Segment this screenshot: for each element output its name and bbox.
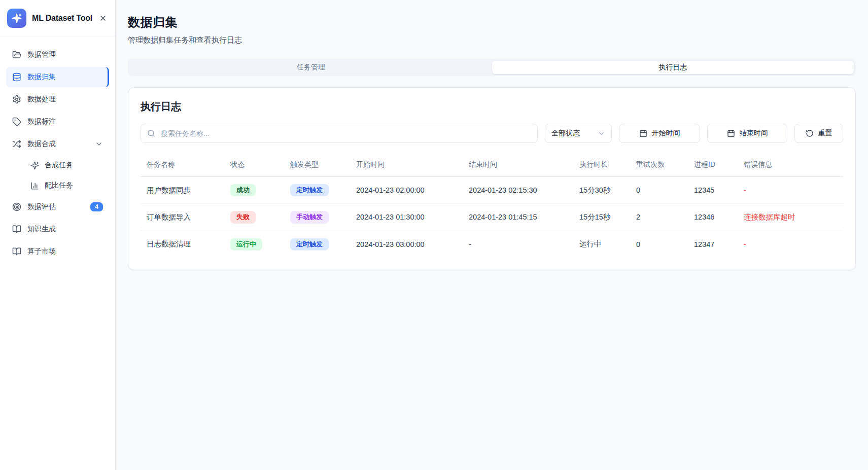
- end-time-cell: 2024-01-23 01:45:15: [463, 204, 573, 231]
- book-open-icon: [12, 247, 21, 256]
- tag-icon: [12, 117, 21, 126]
- error-message-text: 连接数据库超时: [744, 213, 795, 221]
- status-filter-select[interactable]: 全部状态: [545, 124, 612, 143]
- retry-count-cell: 0: [630, 177, 688, 204]
- sidebar-item-label: 算子市场: [27, 247, 103, 256]
- sidebar-item-label: 合成任务: [45, 161, 103, 170]
- sidebar-item-label: 数据归集: [27, 73, 101, 82]
- start-time-cell: 2024-01-23 01:30:00: [350, 204, 463, 231]
- sidebar-item-data-evaluation[interactable]: 数据评估4: [6, 197, 109, 217]
- search-box[interactable]: [141, 124, 538, 143]
- calendar-icon: [727, 129, 735, 137]
- column-header: 错误信息: [738, 155, 843, 177]
- column-header: 结束时间: [463, 155, 573, 177]
- end-time-cell: 2024-01-23 02:15:30: [463, 177, 573, 204]
- tab-bar: 任务管理执行日志: [128, 59, 856, 76]
- sidebar: ML Dataset Tool 数据管理数据归集数据处理数据标注数据合成合成任务…: [0, 0, 116, 470]
- table-header-row: 任务名称状态触发类型开始时间结束时间执行时长重试次数进程ID错误信息: [141, 155, 843, 177]
- sidebar-item-label: 数据标注: [27, 117, 103, 126]
- search-input[interactable]: [160, 129, 531, 138]
- error-message-text: -: [744, 240, 746, 248]
- card-title: 执行日志: [141, 100, 843, 114]
- process-id-cell: 12345: [688, 177, 738, 204]
- sidebar-item-data-synthesis[interactable]: 数据合成: [6, 134, 109, 154]
- sidebar-item-label: 数据处理: [27, 95, 103, 104]
- sidebar-item-data-management[interactable]: 数据管理: [6, 45, 109, 65]
- end-time-button[interactable]: 结束时间: [707, 124, 787, 143]
- column-header: 执行时长: [573, 155, 630, 177]
- tab-task-management[interactable]: 任务管理: [130, 61, 492, 74]
- end-time-cell: -: [463, 231, 573, 258]
- trigger-type-cell: 定时触发: [284, 231, 350, 258]
- sidebar-item-data-labeling[interactable]: 数据标注: [6, 112, 109, 132]
- table-row: 日志数据清理运行中定时触发2024-01-23 03:00:00-运行中0123…: [141, 231, 843, 258]
- table-row: 订单数据导入失败手动触发2024-01-23 01:30:002024-01-2…: [141, 204, 843, 231]
- duration-cell: 15分30秒: [573, 177, 630, 204]
- app-window: ML Dataset Tool 数据管理数据归集数据处理数据标注数据合成合成任务…: [0, 0, 868, 470]
- sidebar-item-synthesis-tasks[interactable]: 合成任务: [24, 156, 109, 174]
- table-row: 用户数据同步成功定时触发2024-01-23 02:00:002024-01-2…: [141, 177, 843, 204]
- error-message-text: -: [744, 186, 746, 194]
- gear-icon: [12, 95, 21, 104]
- reset-label: 重置: [818, 129, 832, 138]
- trigger-type-badge: 定时触发: [290, 238, 329, 250]
- sidebar-item-data-processing[interactable]: 数据处理: [6, 89, 109, 110]
- app-logo: [7, 9, 26, 28]
- status-badge: 运行中: [230, 238, 262, 250]
- trigger-type-cell: 定时触发: [284, 177, 350, 204]
- folder-open-icon: [12, 50, 21, 59]
- start-time-cell: 2024-01-23 03:00:00: [350, 231, 463, 258]
- error-message-cell: -: [738, 177, 843, 204]
- sidebar-close-button[interactable]: [98, 13, 108, 23]
- duration-cell: 15分15秒: [573, 204, 630, 231]
- column-header: 重试次数: [630, 155, 688, 177]
- status-cell: 运行中: [224, 231, 284, 258]
- process-id-cell: 12346: [688, 204, 738, 231]
- chevron-down-icon: [598, 130, 605, 137]
- task-name-cell: 用户数据同步: [141, 177, 224, 204]
- sidebar-nav: 数据管理数据归集数据处理数据标注数据合成合成任务配比任务数据评估4知识生成算子市…: [0, 37, 115, 270]
- chevron-down-icon: [95, 140, 103, 148]
- start-time-cell: 2024-01-23 02:00:00: [350, 177, 463, 204]
- trigger-type-cell: 手动触发: [284, 204, 350, 231]
- sidebar-item-data-collection[interactable]: 数据归集: [6, 67, 109, 87]
- reset-button[interactable]: 重置: [794, 124, 843, 143]
- sidebar-header: ML Dataset Tool: [0, 0, 115, 37]
- task-name-cell: 订单数据导入: [141, 204, 224, 231]
- task-name-cell: 日志数据清理: [141, 231, 224, 258]
- main-content: 数据归集 管理数据归集任务和查看执行日志 任务管理执行日志 执行日志 全部状态 …: [116, 0, 868, 470]
- column-header: 触发类型: [284, 155, 350, 177]
- target-icon: [12, 202, 21, 211]
- app-title: ML Dataset Tool: [32, 14, 92, 23]
- sparkle-icon: [11, 13, 22, 24]
- close-icon: [99, 14, 107, 22]
- page-title: 数据归集: [128, 14, 856, 30]
- sidebar-item-label: 数据合成: [27, 139, 89, 149]
- column-header: 任务名称: [141, 155, 224, 177]
- status-filter-value: 全部状态: [551, 129, 580, 138]
- notification-count-badge: 4: [90, 202, 103, 211]
- filter-toolbar: 全部状态 开始时间 结束时间 重置: [141, 124, 843, 143]
- sidebar-item-ratio-tasks[interactable]: 配比任务: [24, 176, 109, 195]
- retry-count-cell: 0: [630, 231, 688, 258]
- status-cell: 成功: [224, 177, 284, 204]
- database-icon: [12, 73, 21, 82]
- sidebar-item-knowledge-generation[interactable]: 知识生成: [6, 219, 109, 239]
- sidebar-item-label: 知识生成: [27, 225, 103, 234]
- bar-chart-icon: [30, 182, 39, 190]
- start-time-button[interactable]: 开始时间: [619, 124, 700, 143]
- execution-log-table: 任务名称状态触发类型开始时间结束时间执行时长重试次数进程ID错误信息 用户数据同…: [141, 155, 843, 258]
- sidebar-item-operator-market[interactable]: 算子市场: [6, 241, 109, 262]
- process-id-cell: 12347: [688, 231, 738, 258]
- status-badge: 失败: [230, 211, 256, 223]
- tab-execution-logs[interactable]: 执行日志: [492, 61, 854, 74]
- sparkles-icon: [30, 161, 39, 170]
- book-open-icon: [12, 225, 21, 234]
- column-header: 开始时间: [350, 155, 463, 177]
- error-message-cell: -: [738, 231, 843, 258]
- sidebar-item-label: 数据管理: [27, 50, 103, 59]
- start-time-label: 开始时间: [652, 129, 680, 138]
- shuffle-icon: [12, 139, 21, 149]
- duration-cell: 运行中: [573, 231, 630, 258]
- column-header: 状态: [224, 155, 284, 177]
